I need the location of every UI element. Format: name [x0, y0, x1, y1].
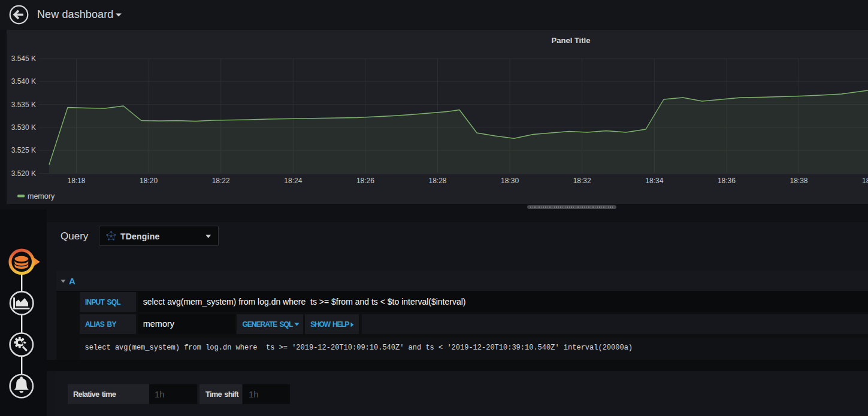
svg-text:18:34: 18:34 [645, 177, 663, 185]
svg-text:3.535 K: 3.535 K [11, 101, 36, 109]
svg-text:18:24: 18:24 [284, 177, 302, 185]
svg-text:3.530 K: 3.530 K [11, 123, 36, 132]
svg-text:18:32: 18:32 [573, 177, 591, 185]
svg-text:3.520 K: 3.520 K [11, 169, 36, 178]
svg-text:18:40: 18:40 [862, 177, 868, 185]
svg-text:18:28: 18:28 [428, 177, 446, 185]
svg-text:18:18: 18:18 [67, 177, 85, 185]
svg-text:18:20: 18:20 [140, 177, 158, 185]
svg-text:3.540 K: 3.540 K [11, 77, 36, 86]
svg-text:18:30: 18:30 [501, 177, 519, 185]
svg-text:memory: memory [28, 192, 55, 201]
svg-text:18:36: 18:36 [718, 177, 736, 185]
svg-text:3.525 K: 3.525 K [11, 146, 36, 154]
svg-text:18:22: 18:22 [212, 177, 230, 185]
svg-text:3.545 K: 3.545 K [11, 54, 36, 63]
svg-text:18:26: 18:26 [356, 177, 374, 185]
svg-text:18:38: 18:38 [790, 177, 807, 185]
